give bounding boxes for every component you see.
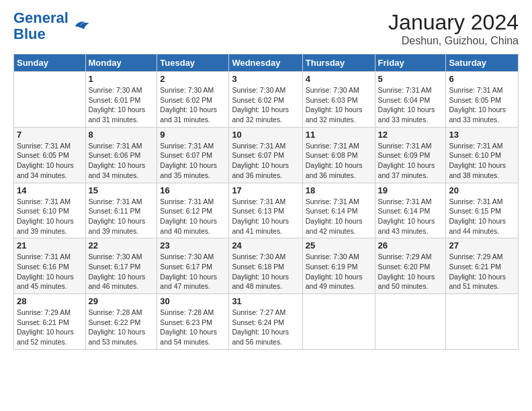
day-info: Sunrise: 7:30 AMSunset: 6:17 PMDaylight:… — [89, 252, 154, 291]
day-info: Sunrise: 7:31 AMSunset: 6:07 PMDaylight:… — [232, 141, 299, 181]
day-info: Sunrise: 7:28 AMSunset: 6:22 PMDaylight:… — [89, 308, 154, 347]
day-number: 8 — [89, 130, 154, 140]
day-info: Sunrise: 7:29 AMSunset: 6:20 PMDaylight:… — [378, 252, 443, 291]
day-number: 5 — [378, 74, 443, 84]
day-info: Sunrise: 7:31 AMSunset: 6:15 PMDaylight:… — [449, 197, 515, 236]
day-number: 21 — [17, 240, 83, 250]
day-number: 11 — [306, 130, 372, 140]
table-row: 28 Sunrise: 7:29 AMSunset: 6:21 PMDaylig… — [14, 294, 86, 350]
day-number: 16 — [160, 185, 226, 195]
day-info: Sunrise: 7:31 AMSunset: 6:04 PMDaylight:… — [378, 85, 443, 125]
day-number: 1 — [89, 74, 154, 84]
day-number: 4 — [306, 74, 372, 84]
day-info: Sunrise: 7:31 AMSunset: 6:14 PMDaylight:… — [378, 197, 443, 236]
day-info: Sunrise: 7:29 AMSunset: 6:21 PMDaylight:… — [449, 252, 515, 291]
calendar-week-row: 7 Sunrise: 7:31 AMSunset: 6:05 PMDayligh… — [14, 127, 519, 183]
day-number: 25 — [306, 240, 372, 250]
day-info: Sunrise: 7:30 AMSunset: 6:18 PMDaylight:… — [232, 252, 299, 291]
day-info: Sunrise: 7:31 AMSunset: 6:10 PMDaylight:… — [449, 141, 515, 181]
table-row: 27 Sunrise: 7:29 AMSunset: 6:21 PMDaylig… — [446, 238, 519, 294]
calendar-week-row: 21 Sunrise: 7:31 AMSunset: 6:16 PMDaylig… — [14, 238, 519, 294]
day-info: Sunrise: 7:30 AMSunset: 6:02 PMDaylight:… — [160, 85, 226, 125]
day-number: 29 — [89, 296, 154, 306]
day-info: Sunrise: 7:31 AMSunset: 6:12 PMDaylight:… — [160, 197, 226, 236]
day-info: Sunrise: 7:27 AMSunset: 6:24 PMDaylight:… — [232, 308, 299, 347]
day-number: 22 — [89, 240, 154, 250]
header: General Blue January 2024 Deshun, Guizho… — [13, 10, 519, 47]
day-number: 12 — [378, 130, 443, 140]
col-thursday: Thursday — [302, 54, 375, 72]
table-row: 9 Sunrise: 7:31 AMSunset: 6:07 PMDayligh… — [157, 127, 229, 183]
calendar-week-row: 1 Sunrise: 7:30 AMSunset: 6:01 PMDayligh… — [14, 72, 519, 128]
logo: General Blue — [13, 10, 90, 42]
table-row: 5 Sunrise: 7:31 AMSunset: 6:04 PMDayligh… — [375, 72, 446, 128]
table-row: 30 Sunrise: 7:28 AMSunset: 6:23 PMDaylig… — [157, 294, 229, 350]
day-number: 27 — [449, 240, 515, 250]
table-row: 21 Sunrise: 7:31 AMSunset: 6:16 PMDaylig… — [14, 238, 86, 294]
day-info: Sunrise: 7:30 AMSunset: 6:17 PMDaylight:… — [160, 252, 226, 291]
table-row: 1 Sunrise: 7:30 AMSunset: 6:01 PMDayligh… — [85, 72, 157, 128]
day-info: Sunrise: 7:31 AMSunset: 6:14 PMDaylight:… — [306, 197, 372, 236]
logo-bird-icon — [70, 16, 90, 36]
day-number: 31 — [232, 296, 299, 306]
day-info: Sunrise: 7:31 AMSunset: 6:10 PMDaylight:… — [17, 197, 83, 236]
calendar-header-row: Sunday Monday Tuesday Wednesday Thursday… — [14, 54, 519, 72]
day-number: 13 — [449, 130, 515, 140]
table-row: 10 Sunrise: 7:31 AMSunset: 6:07 PMDaylig… — [229, 127, 302, 183]
day-number: 9 — [160, 130, 226, 140]
day-info: Sunrise: 7:31 AMSunset: 6:16 PMDaylight:… — [17, 252, 83, 291]
day-number: 6 — [449, 74, 515, 84]
day-info: Sunrise: 7:31 AMSunset: 6:09 PMDaylight:… — [378, 141, 443, 181]
table-row: 26 Sunrise: 7:29 AMSunset: 6:20 PMDaylig… — [375, 238, 446, 294]
day-info: Sunrise: 7:28 AMSunset: 6:23 PMDaylight:… — [160, 308, 226, 347]
day-number: 7 — [17, 130, 83, 140]
table-row: 3 Sunrise: 7:30 AMSunset: 6:02 PMDayligh… — [229, 72, 302, 128]
table-row: 20 Sunrise: 7:31 AMSunset: 6:15 PMDaylig… — [446, 183, 519, 238]
table-row: 8 Sunrise: 7:31 AMSunset: 6:06 PMDayligh… — [85, 127, 157, 183]
table-row: 17 Sunrise: 7:31 AMSunset: 6:13 PMDaylig… — [229, 183, 302, 238]
day-number: 19 — [378, 185, 443, 195]
day-info: Sunrise: 7:31 AMSunset: 6:13 PMDaylight:… — [232, 197, 299, 236]
day-info: Sunrise: 7:30 AMSunset: 6:01 PMDaylight:… — [89, 85, 154, 125]
table-row: 12 Sunrise: 7:31 AMSunset: 6:09 PMDaylig… — [375, 127, 446, 183]
table-row: 31 Sunrise: 7:27 AMSunset: 6:24 PMDaylig… — [229, 294, 302, 350]
table-row — [375, 294, 446, 350]
day-number: 23 — [160, 240, 226, 250]
col-saturday: Saturday — [446, 54, 519, 72]
calendar-title: January 2024 — [388, 10, 519, 35]
day-number: 10 — [232, 130, 299, 140]
title-block: January 2024 Deshun, Guizhou, China — [388, 10, 519, 47]
table-row: 4 Sunrise: 7:30 AMSunset: 6:03 PMDayligh… — [302, 72, 375, 128]
day-info: Sunrise: 7:29 AMSunset: 6:21 PMDaylight:… — [17, 308, 83, 347]
calendar-week-row: 28 Sunrise: 7:29 AMSunset: 6:21 PMDaylig… — [14, 294, 519, 350]
table-row: 6 Sunrise: 7:31 AMSunset: 6:05 PMDayligh… — [446, 72, 519, 128]
table-row — [14, 72, 86, 128]
table-row: 18 Sunrise: 7:31 AMSunset: 6:14 PMDaylig… — [302, 183, 375, 238]
table-row: 2 Sunrise: 7:30 AMSunset: 6:02 PMDayligh… — [157, 72, 229, 128]
calendar-subtitle: Deshun, Guizhou, China — [388, 35, 519, 47]
table-row: 19 Sunrise: 7:31 AMSunset: 6:14 PMDaylig… — [375, 183, 446, 238]
calendar-week-row: 14 Sunrise: 7:31 AMSunset: 6:10 PMDaylig… — [14, 183, 519, 238]
page: General Blue January 2024 Deshun, Guizho… — [0, 0, 532, 411]
day-info: Sunrise: 7:30 AMSunset: 6:02 PMDaylight:… — [232, 85, 299, 125]
col-sunday: Sunday — [14, 54, 86, 72]
day-number: 14 — [17, 185, 83, 195]
day-info: Sunrise: 7:31 AMSunset: 6:06 PMDaylight:… — [89, 141, 154, 181]
col-friday: Friday — [375, 54, 446, 72]
calendar-table: Sunday Monday Tuesday Wednesday Thursday… — [13, 54, 519, 350]
table-row: 29 Sunrise: 7:28 AMSunset: 6:22 PMDaylig… — [85, 294, 157, 350]
day-number: 28 — [17, 296, 83, 306]
day-number: 17 — [232, 185, 299, 195]
day-info: Sunrise: 7:30 AMSunset: 6:19 PMDaylight:… — [306, 252, 372, 291]
table-row: 7 Sunrise: 7:31 AMSunset: 6:05 PMDayligh… — [14, 127, 86, 183]
day-number: 30 — [160, 296, 226, 306]
day-number: 24 — [232, 240, 299, 250]
day-info: Sunrise: 7:31 AMSunset: 6:07 PMDaylight:… — [160, 141, 226, 181]
table-row: 22 Sunrise: 7:30 AMSunset: 6:17 PMDaylig… — [85, 238, 157, 294]
table-row: 23 Sunrise: 7:30 AMSunset: 6:17 PMDaylig… — [157, 238, 229, 294]
table-row — [302, 294, 375, 350]
logo-blue: Blue — [13, 26, 46, 42]
day-info: Sunrise: 7:31 AMSunset: 6:05 PMDaylight:… — [17, 141, 83, 181]
day-number: 15 — [89, 185, 154, 195]
table-row — [446, 294, 519, 350]
